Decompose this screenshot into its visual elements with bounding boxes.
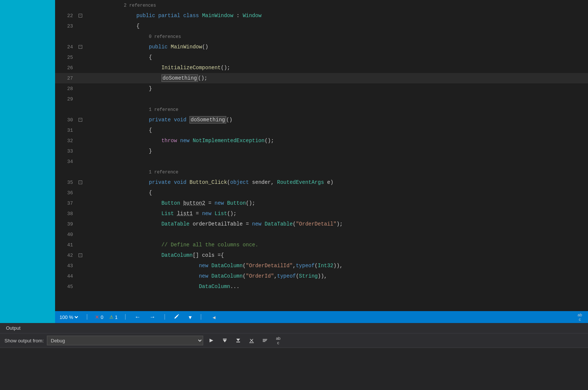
code-45: DataColumn... — [85, 271, 588, 302]
svg-rect-7 — [263, 341, 265, 342]
ln-42: 42 — [55, 253, 77, 258]
output-toolbar: Show output from: Debug Build Output — [0, 333, 588, 348]
collapse-btn-22[interactable]: − — [79, 14, 82, 17]
main-area: 2 references 22 − public partial class M… — [0, 0, 588, 323]
ln-41: 41 — [55, 242, 77, 248]
output-wrap-btn[interactable] — [260, 336, 270, 345]
ln-40: 40 — [55, 232, 77, 237]
ln-38: 38 — [55, 211, 77, 217]
ln-29: 29 — [55, 96, 77, 102]
ln-24: 24 — [55, 44, 77, 50]
svg-rect-1 — [236, 342, 240, 342]
nav-back-button[interactable]: ← — [133, 313, 142, 321]
output-panel-header: Output — [0, 323, 588, 333]
svg-rect-6 — [263, 340, 266, 341]
warning-count: 1 — [115, 314, 118, 320]
svg-rect-5 — [263, 339, 267, 340]
code-lines: 2 references 22 − public partial class M… — [55, 0, 588, 311]
warning-icon: ⚠ — [109, 314, 114, 320]
code-line-33: 33 } — [55, 146, 588, 156]
error-icon: ✕ — [95, 314, 99, 320]
output-scroll-end-btn[interactable] — [206, 336, 217, 345]
ln-36: 36 — [55, 190, 77, 196]
ln-32: 32 — [55, 138, 77, 144]
code-line-45: 45 DataColumn... — [55, 281, 588, 292]
ln-37: 37 — [55, 201, 77, 206]
ln-26: 26 — [55, 65, 77, 71]
warning-status[interactable]: ⚠ 1 — [109, 314, 118, 320]
ln-22: 22 — [55, 13, 77, 19]
error-status[interactable]: ✕ 0 — [95, 314, 103, 320]
collapse-btn-24[interactable]: − — [79, 45, 82, 49]
ln-23: 23 — [55, 23, 77, 29]
collapse-btn-30[interactable]: − — [79, 118, 82, 122]
error-count: 0 — [101, 314, 103, 320]
left-sidebar — [0, 0, 55, 323]
ln-45: 45 — [55, 284, 77, 290]
nav-forward-button[interactable]: → — [148, 313, 157, 321]
cg-42[interactable]: − — [77, 253, 83, 257]
format-icon: abc — [578, 313, 582, 322]
ln-34: 34 — [55, 159, 77, 164]
cg-30[interactable]: − — [77, 118, 83, 122]
ln-35: 35 — [55, 180, 77, 185]
output-scroll-up-btn[interactable] — [220, 336, 230, 345]
ln-25: 25 — [55, 55, 77, 60]
sep-1: | — [85, 314, 89, 320]
sep-4: | — [199, 314, 203, 320]
ln-39: 39 — [55, 221, 77, 227]
sep-3: | — [163, 314, 167, 320]
zoom-control[interactable]: 100 % — [58, 314, 79, 320]
ln-30: 30 — [55, 117, 77, 123]
output-title: Output — [6, 325, 20, 331]
svg-rect-0 — [223, 339, 227, 339]
dropdown-btn[interactable]: ▾ — [187, 313, 193, 322]
cg-24[interactable]: − — [77, 45, 83, 49]
ln-44: 44 — [55, 274, 77, 279]
editor-container: 2 references 22 − public partial class M… — [55, 0, 588, 323]
show-output-label: Show output from: — [4, 338, 44, 343]
format-btn[interactable]: abc — [575, 312, 585, 322]
cg-35[interactable]: − — [77, 180, 83, 184]
output-scroll-down-btn[interactable] — [233, 336, 243, 345]
output-find-btn[interactable]: abc — [273, 336, 284, 345]
scroll-left-btn[interactable]: ◂ — [209, 312, 219, 322]
code-line-39: 39 DataTable orderDetailTable = new Data… — [55, 219, 588, 229]
collapse-btn-42[interactable]: − — [79, 253, 82, 257]
output-source-select[interactable]: Debug Build Output — [47, 336, 203, 345]
zoom-select[interactable]: 100 % — [58, 314, 79, 320]
ln-33: 33 — [55, 148, 77, 154]
ln-31: 31 — [55, 128, 77, 133]
collapse-btn-35[interactable]: − — [79, 180, 82, 184]
code-line-28: 28 } — [55, 83, 588, 94]
annotation-button[interactable] — [172, 313, 181, 322]
output-panel: Output Show output from: Debug Build Out… — [0, 323, 588, 390]
sep-2: | — [124, 314, 127, 320]
status-bar: 100 % | ✕ 0 ⚠ 1 | ← → | ▾ — [55, 311, 588, 323]
ln-27: 27 — [55, 76, 77, 81]
ln-43: 43 — [55, 263, 77, 269]
cg-22[interactable]: − — [77, 14, 83, 17]
ln-28: 28 — [55, 86, 77, 92]
code-area[interactable]: 2 references 22 − public partial class M… — [55, 0, 588, 311]
output-clear-btn[interactable] — [246, 336, 257, 345]
